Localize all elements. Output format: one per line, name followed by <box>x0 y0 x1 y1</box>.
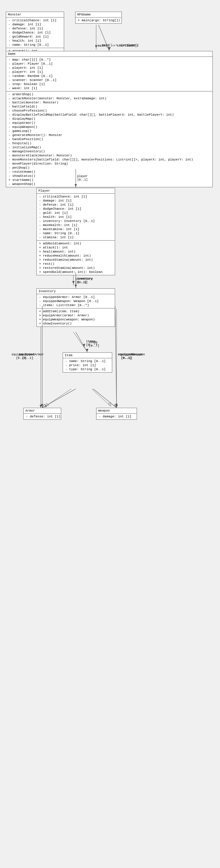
game-method-19: - restAtHome() <box>8 170 211 174</box>
game-method-9: - gameLoop() <box>8 129 211 133</box>
game-method-11: - handlePosition() <box>8 137 211 141</box>
game-method-20: - showStatus() <box>8 174 211 178</box>
game-method-1: - attackMonster(monster: Monster, extraD… <box>8 96 211 100</box>
game-title: Game <box>6 51 213 57</box>
svg-text:[0..*]: [0..*] <box>86 343 98 347</box>
game-method-8: - equipWeapon() <box>8 125 211 129</box>
item-attr-0: - name: String [0..1] <box>65 359 110 363</box>
game-attr-4: - random: Random [0..1] <box>8 74 211 78</box>
player-attr-4: - gold: int [1] <box>38 211 113 215</box>
armor-attr-0: - defense: int [1] <box>25 414 59 418</box>
monster-attr-3: - dodgeChance: int [1] <box>8 31 62 35</box>
weapon-title: Weapon <box>96 408 137 413</box>
player-method-2: + heal(amount: int) <box>38 250 113 254</box>
svg-text:main() -> startGame(): main() -> startGame() <box>102 44 139 47</box>
armor-attrs: - defense: int [1] <box>24 413 61 420</box>
rpggame-box: RPGGame + main(args: String[]) <box>75 12 122 24</box>
player-attr-0: - criticalChance: int [1] <box>38 194 113 199</box>
svg-text:equippedWeapon: equippedWeapon <box>118 353 145 356</box>
inventory-attrs: - equippedArmor: Armor [0..1] - equipped… <box>37 294 115 308</box>
diagram-container: main() -> startGame() player [0..1] inve… <box>3 3 217 865</box>
svg-line-17 <box>92 389 111 406</box>
armor-box: Armor - defense: int [1] <box>23 408 61 420</box>
svg-line-38 <box>76 332 87 352</box>
item-title: Item <box>63 353 112 358</box>
monster-attr-1: - damage: int [1] <box>8 23 62 27</box>
game-method-13: - initializeMap() <box>8 145 211 149</box>
player-title: Player <box>37 188 115 194</box>
monster-attrs: - criticalChance: int [1] - damage: int … <box>6 18 64 48</box>
svg-text:[0..1]: [0..1] <box>16 356 27 360</box>
inventory-title-text: Inventory <box>38 289 56 293</box>
svg-line-44 <box>93 389 117 408</box>
inventory-method-3: + showInventory() <box>38 321 113 326</box>
player-method-6: + restoreStamina(amount: int) <box>38 266 113 270</box>
game-attr-0: - map: char[][] [0..*] <box>8 58 211 62</box>
game-method-6: - displayMap() <box>8 117 211 121</box>
player-method-5: + rest() <box>38 262 113 266</box>
inventory-box: Inventory - equippedArmor: Armor [0..1] … <box>36 288 115 327</box>
game-attr-7: - wave: int [1] <box>8 86 211 90</box>
monster-attr-4: - goldReward: int [1] <box>8 35 62 39</box>
player-method-1: + attack(): int <box>38 246 113 250</box>
rpggame-methods: + main(args: String[]) <box>75 18 122 23</box>
svg-text:inventory: inventory <box>77 277 93 280</box>
game-method-5: - displayBattlefieldMap(battleField: cha… <box>8 113 211 117</box>
game-method-18: - petShop() <box>8 166 211 170</box>
game-method-21: + startGame() <box>8 178 211 182</box>
game-method-16: - moveMonsters(battlefield: char[][], mo… <box>8 158 211 162</box>
item-attr-2: - type: String [0..1] <box>65 367 110 371</box>
game-method-17: - movePlayer(direction: String) <box>8 162 211 166</box>
armor-title-text: Armor <box>25 409 35 412</box>
armor-title: Armor <box>24 408 61 413</box>
weapon-attr-0: - damage: int [1] <box>98 414 135 418</box>
game-method-4: - chooseProfession() <box>8 108 211 113</box>
svg-text:items: items <box>86 340 96 343</box>
player-attr-2: - defense: int [1] <box>38 203 113 207</box>
monster-attr-0: - criticalChance: int [1] <box>8 18 62 23</box>
player-attr-9: - name: String [0..1] <box>38 231 113 235</box>
inventory-method-0: + addItem(item: Item) <box>38 309 113 313</box>
monster-title: Monster <box>6 12 64 18</box>
player-box: Player - criticalChance: int [1] - damag… <box>36 188 115 275</box>
inventory-attr-1: - equippedWeapon: Weapon [0..1] <box>38 299 113 303</box>
player-attr-5: - health: int [1] <box>38 215 113 219</box>
inventory-title: Inventory <box>37 289 115 294</box>
weapon-title-text: Weapon <box>98 409 110 412</box>
svg-marker-35 <box>74 285 77 287</box>
monster-title-text: Monster <box>8 13 21 16</box>
game-method-15: - monsterAttack(monster: Monster) <box>8 154 211 158</box>
svg-marker-16 <box>45 403 49 406</box>
game-method-10: - generateMonster(): Monster <box>8 133 211 137</box>
svg-text:equippedArmor: equippedArmor <box>19 353 44 356</box>
player-method-7: + spendGold(amount: int): boolean <box>38 270 113 274</box>
rpggame-method-1: + main(args: String[]) <box>77 18 120 23</box>
game-method-12: - hospital() <box>8 141 211 145</box>
player-attr-6: - inventory: Inventory [0..1] <box>38 219 113 223</box>
game-box: Game - map: char[][] [0..*] - player: Pl… <box>6 51 213 187</box>
item-box: Item - name: String [0..1] - price: int … <box>63 352 112 373</box>
game-attr-6: - step: boolean [1] <box>8 82 211 86</box>
player-method-3: + reduceHealth(amount: int) <box>38 254 113 258</box>
svg-marker-47 <box>41 404 43 407</box>
game-attr-3: - playerY: int [1] <box>8 70 211 74</box>
player-method-0: + addGold(amount: int) <box>38 242 113 246</box>
game-method-2: - battle(monster: Monster) <box>8 100 211 104</box>
svg-text:[0..1]: [0..1] <box>22 356 33 360</box>
monster-attr-5: - health: int [1] <box>8 39 62 43</box>
game-attrs: - map: char[][] [0..*] - player: Player … <box>6 57 213 91</box>
svg-text:[0..*]: [0..*] <box>89 344 99 347</box>
inventory-attr-2: - items: List<Item> [0..*] <box>38 303 113 307</box>
svg-marker-43 <box>42 404 46 407</box>
svg-marker-51 <box>116 404 118 407</box>
svg-marker-1 <box>95 45 97 48</box>
game-attr-1: - player: Player [0..1] <box>8 62 211 66</box>
game-method-14: - manageInventory() <box>8 149 211 154</box>
game-attr-2: - playerX: int [1] <box>8 66 211 70</box>
monster-attr-2: - defense: int [1] <box>8 27 62 31</box>
svg-text:[0..1]: [0..1] <box>121 356 133 360</box>
rpggame-title: RPGGame <box>75 12 122 18</box>
svg-text:inventory: inventory <box>75 277 93 280</box>
svg-line-50 <box>115 306 117 408</box>
svg-marker-8 <box>72 281 74 284</box>
